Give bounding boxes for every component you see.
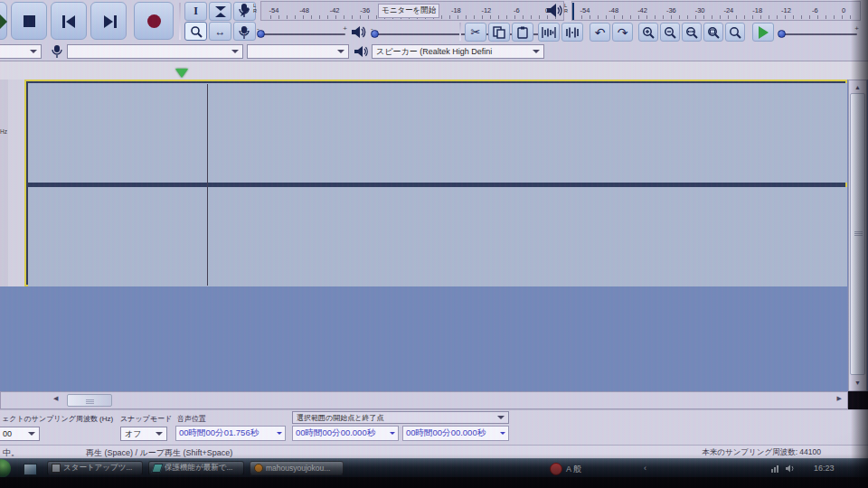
waveform-channel-right[interactable] bbox=[28, 187, 847, 286]
stop-icon bbox=[24, 15, 35, 27]
taskbar-button-3[interactable]: mahousyoujokou... bbox=[250, 461, 344, 475]
meter-db-label: -42 bbox=[637, 6, 647, 14]
tray-icon-badge[interactable] bbox=[550, 463, 562, 475]
selection-start-field[interactable]: 00時間00分00.000秒 bbox=[292, 426, 399, 441]
vertical-ruler[interactable] bbox=[8, 80, 25, 286]
meter-db-label: -30 bbox=[695, 6, 705, 14]
recording-volume-slider[interactable]: - + bbox=[257, 24, 347, 41]
scrollbar-thumb[interactable] bbox=[67, 394, 112, 407]
meter-db-label: -36 bbox=[360, 6, 370, 14]
tray-expand-arrow[interactable]: ‹ bbox=[644, 464, 646, 473]
task-icon bbox=[151, 464, 163, 473]
magnifier-icon bbox=[190, 25, 203, 38]
skip-start-button[interactable] bbox=[51, 2, 87, 40]
taskbar-button-1[interactable]: スタートアップツ... bbox=[47, 461, 143, 475]
playback-device-dropdown[interactable]: スピーカー (Realtek High Defini bbox=[372, 44, 544, 59]
network-icon[interactable] bbox=[770, 464, 781, 474]
scroll-left-arrow[interactable]: ◀ bbox=[53, 395, 58, 402]
snap-mode-dropdown[interactable]: オフ bbox=[120, 427, 167, 441]
silence-audio-button[interactable] bbox=[561, 23, 583, 42]
play-icon bbox=[0, 14, 7, 30]
stop-button[interactable] bbox=[11, 2, 47, 40]
meter-channel-labels: LR bbox=[564, 3, 568, 14]
project-rate-dropdown[interactable]: 00 bbox=[0, 427, 40, 441]
taskbar-clock[interactable]: 16:23 bbox=[814, 464, 835, 473]
record-icon bbox=[147, 14, 161, 28]
skip-end-button[interactable] bbox=[90, 2, 127, 40]
play-at-speed-button[interactable] bbox=[752, 23, 774, 42]
selection-end-field[interactable]: 00時間00分00.000秒 bbox=[402, 426, 509, 441]
snap-mode-label: スナップモード bbox=[120, 414, 172, 424]
start-button[interactable] bbox=[0, 459, 11, 478]
zoom-fit-button[interactable] bbox=[703, 23, 723, 42]
microphone-icon bbox=[238, 25, 250, 40]
slider-knob[interactable] bbox=[371, 30, 379, 38]
timeshift-tool-button[interactable]: ↔ bbox=[209, 22, 231, 41]
ime-indicator[interactable]: A 般 bbox=[566, 464, 581, 475]
redo-button[interactable]: ↷ bbox=[612, 23, 633, 42]
clipboard-icon bbox=[516, 26, 529, 39]
audio-position-field[interactable]: 00時間00分01.756秒 bbox=[175, 426, 286, 441]
play-speed-slider[interactable]: + bbox=[778, 24, 859, 41]
selection-toolbar: ェクトのサンプリング周波数 (Hz) 00 スナップモード オフ 音声位置 00… bbox=[0, 409, 868, 446]
record-button[interactable] bbox=[134, 2, 174, 40]
horizontal-scrollbar[interactable]: ◀ ▶ bbox=[0, 391, 848, 409]
audio-host-dropdown[interactable] bbox=[0, 44, 42, 59]
recording-device-dropdown[interactable] bbox=[67, 44, 243, 59]
slider-knob[interactable] bbox=[257, 30, 265, 38]
vertical-scrollbar[interactable]: ▲ ▼ bbox=[848, 80, 867, 391]
show-desktop-icon[interactable] bbox=[24, 464, 37, 475]
scroll-right-arrow[interactable]: ▶ bbox=[837, 395, 842, 402]
selection-tool-button[interactable]: I bbox=[184, 2, 207, 21]
taskbar-button-2[interactable]: 保護機能が最新で... bbox=[148, 461, 244, 475]
microphone-icon bbox=[51, 44, 63, 60]
zoom-toggle-icon bbox=[729, 26, 741, 39]
zoom-in-button[interactable] bbox=[638, 23, 658, 42]
play-speed-icon bbox=[759, 26, 769, 39]
play-position-marker[interactable] bbox=[175, 69, 188, 78]
speaker-icon bbox=[354, 44, 370, 60]
play-button-partial[interactable] bbox=[0, 2, 7, 40]
waveform-channel-left[interactable] bbox=[28, 83, 847, 183]
envelope-tool-button[interactable] bbox=[209, 2, 231, 21]
zoom-in-icon bbox=[642, 26, 655, 39]
cut-button[interactable]: ✂ bbox=[465, 23, 486, 42]
envelope-icon bbox=[214, 5, 227, 18]
paste-button[interactable] bbox=[512, 23, 533, 42]
zoom-out-button[interactable] bbox=[660, 23, 680, 42]
playback-meter[interactable]: -54-48-42-36-30-24-18-12-60 bbox=[571, 1, 861, 21]
thumb-grip bbox=[854, 231, 863, 236]
redo-icon: ↷ bbox=[618, 25, 628, 40]
track-area: Hz ▲ ▼ ◀ ▶ bbox=[0, 80, 868, 391]
meter-db-label: -54 bbox=[580, 6, 590, 14]
undo-button[interactable]: ↶ bbox=[590, 23, 610, 42]
stereo-track[interactable] bbox=[24, 80, 847, 286]
slider-knob[interactable] bbox=[778, 30, 786, 38]
toolbar-separator bbox=[179, 3, 181, 40]
selection-range-dropdown[interactable]: 選択範囲の開始点と終了点 bbox=[292, 411, 509, 424]
meter-db-label: -48 bbox=[299, 6, 309, 14]
recording-channels-dropdown[interactable] bbox=[247, 44, 349, 59]
monitor-bezel bbox=[0, 477, 868, 488]
meter-ticks bbox=[581, 15, 856, 19]
zoom-selection-button[interactable] bbox=[682, 23, 702, 42]
meter-db-label: -18 bbox=[752, 6, 762, 14]
thumb-grip bbox=[86, 399, 94, 404]
zoom-toggle-button[interactable] bbox=[725, 23, 745, 42]
undo-icon: ↶ bbox=[595, 25, 606, 40]
windows-taskbar: スタートアップツ... 保護機能が最新で... mahousyoujokou..… bbox=[0, 458, 868, 478]
meter-db-label: -18 bbox=[451, 6, 461, 14]
scroll-down-arrow[interactable]: ▼ bbox=[849, 378, 866, 389]
zoom-tool-button[interactable] bbox=[184, 22, 207, 41]
meter-db-label: -12 bbox=[481, 6, 491, 14]
trim-audio-button[interactable] bbox=[538, 23, 560, 42]
scrollbar-thumb[interactable] bbox=[850, 93, 865, 375]
meter-db-label: -6 bbox=[514, 6, 520, 14]
copy-button[interactable] bbox=[488, 23, 510, 42]
meter-db-label: -6 bbox=[812, 6, 818, 14]
meter-db-label: 0 bbox=[545, 6, 549, 14]
meter-db-label: -36 bbox=[666, 6, 676, 14]
scroll-up-arrow[interactable]: ▲ bbox=[849, 82, 866, 93]
timeline-ruler[interactable] bbox=[0, 61, 868, 80]
volume-icon[interactable] bbox=[785, 464, 797, 474]
